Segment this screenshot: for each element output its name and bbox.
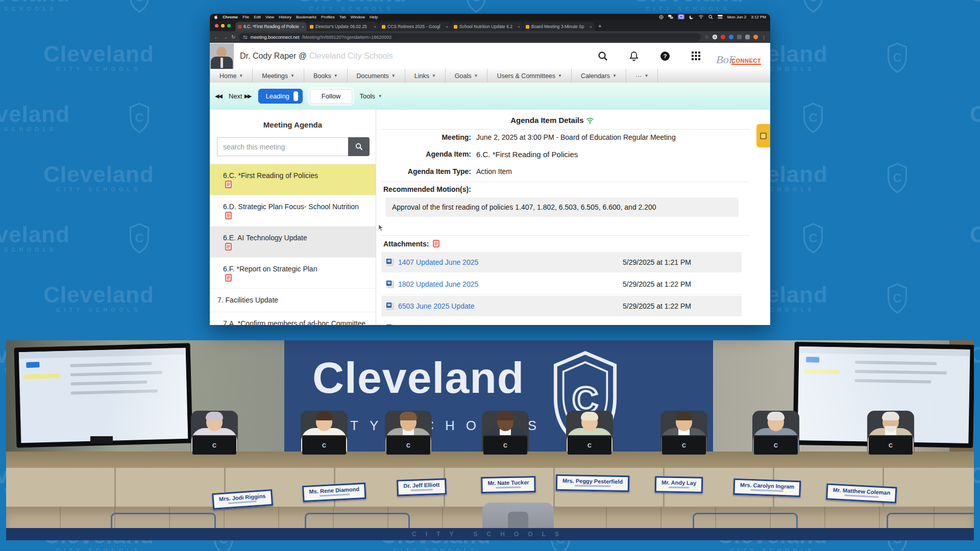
new-tab-button[interactable]: + [598, 23, 601, 29]
reload-icon[interactable]: ↻ [231, 34, 235, 40]
address-bar[interactable]: meeting.boeconnect.net/Meeting/In/689120… [239, 33, 701, 41]
bookmark-star-icon[interactable]: ☆ [704, 34, 709, 40]
menubar-clock[interactable]: 3:12 PM [751, 15, 766, 19]
shared-screen: Chrome File Edit View History Bookmarks … [210, 14, 770, 325]
agenda-item-6d[interactable]: 6.D. Strategic Plan Focus- School Nutrit… [210, 195, 376, 226]
extension-google-icon[interactable]: G [713, 35, 717, 39]
menu-view[interactable]: View [265, 15, 274, 19]
tab-directors-update[interactable]: Director's Update 06.02.25 × [307, 22, 379, 31]
menu-history[interactable]: History [279, 15, 291, 19]
screenshot-extension-icon[interactable] [745, 35, 750, 39]
tab-close-icon[interactable]: × [374, 24, 376, 29]
attachment-doc-icon [225, 181, 232, 188]
agenda-item-6c[interactable]: 6.C. *First Reading of Policies [210, 164, 376, 195]
minimize-window-button[interactable] [221, 24, 225, 28]
tab-favicon [526, 25, 529, 29]
tab-school-nutrition[interactable]: School Nutrition Update 6.2 × [451, 22, 523, 31]
leading-button[interactable]: Leading [258, 89, 303, 104]
tab-favicon [382, 25, 385, 29]
watermark-shield-icon: C [886, 283, 909, 314]
name-plate: Mr. Andy Lay [655, 476, 703, 493]
agenda-item-type-value: Action Item [476, 167, 512, 176]
back-icon[interactable]: ← [214, 34, 219, 40]
close-window-button[interactable] [215, 24, 218, 28]
tab-close-icon[interactable]: × [302, 24, 304, 29]
attachment-link[interactable]: 1802 Updated June 2025 [398, 280, 623, 288]
globe-icon[interactable] [659, 15, 664, 19]
previous-icon[interactable]: ◀◀ [215, 93, 222, 99]
menu-bookmarks[interactable]: Bookmarks [296, 15, 316, 19]
follow-button[interactable]: Follow [310, 89, 353, 104]
menubar-date[interactable]: Mon Jun 2 [727, 15, 746, 19]
attachment-link[interactable]: 6503 June 2025 Update [398, 302, 623, 310]
menu-file[interactable]: File [242, 15, 249, 19]
site-settings-icon[interactable] [243, 35, 248, 39]
watermark-shield-icon: C [801, 0, 825, 13]
nav-documents[interactable]: Documents▼ [348, 69, 405, 83]
zoom-window-button[interactable] [227, 24, 231, 28]
agenda-item-6f[interactable]: 6.F. *Report on Strategic Plan [210, 257, 376, 288]
tab-first-reading[interactable]: 6.C. *First Reading of Policie × [235, 22, 307, 31]
watermark-wordmark: ClevelandCITY SCHOOLS [43, 283, 154, 313]
help-icon[interactable]: ? [660, 51, 670, 61]
attachment-link[interactable]: 6505 Updated June 2025 [398, 324, 623, 325]
profile-avatar-icon[interactable] [753, 35, 758, 39]
agenda-item-7a[interactable]: 7.A. *Confirm members of ad-hoc Committe… [210, 312, 376, 325]
screen-share-icon[interactable] [678, 14, 684, 19]
attachment-link[interactable]: 1407 Updated June 2025 [398, 258, 623, 266]
agenda-item-7[interactable]: 7. Facilities Update [210, 288, 376, 312]
menu-help[interactable]: Help [370, 15, 378, 19]
nav-meetings[interactable]: Meetings▼ [253, 69, 304, 83]
nav-links[interactable]: Links▼ [405, 69, 446, 83]
forward-icon[interactable]: → [223, 34, 228, 40]
user-avatar[interactable] [210, 43, 234, 69]
watermark-shield-icon: C [801, 223, 825, 254]
agenda-item-details-panel: Agenda Item Details Meeting: June 2, 202… [376, 110, 770, 325]
spotlight-icon[interactable] [708, 15, 713, 19]
word-doc-icon [386, 324, 394, 325]
extension-red-icon[interactable] [721, 35, 725, 39]
nav-users-committees[interactable]: Users & Committees▼ [487, 69, 572, 83]
nav-books[interactable]: Books▼ [304, 69, 348, 83]
tools-menu[interactable]: Tools▼ [359, 92, 382, 100]
next-button[interactable]: Next▶▶ [229, 92, 251, 100]
attachment-timestamp: 5/29/2025 at 1:22 PM [623, 302, 691, 310]
attachment-doc-icon [225, 274, 232, 282]
watermark-wordmark: ClevelandCITY SCHOOLS [0, 103, 70, 132]
do-not-disturb-icon[interactable] [689, 15, 694, 19]
boe-connect-logo: BoE CONNECT [716, 47, 761, 65]
details-title: Agenda Item Details [376, 116, 728, 124]
apps-grid-icon[interactable] [692, 52, 700, 60]
menu-chrome[interactable]: Chrome [223, 15, 238, 19]
nav-goals[interactable]: Goals▼ [446, 69, 488, 83]
meeting-agenda-sidebar: Meeting Agenda 6.C. *First Reading of Po… [210, 110, 376, 325]
extension-gray-icon[interactable] [737, 35, 742, 39]
user-name: Dr. Cody Raper @ [240, 52, 307, 60]
apple-menu-icon[interactable] [214, 15, 218, 19]
side-panel-tab[interactable] [756, 124, 770, 147]
messages-icon[interactable] [668, 15, 673, 19]
watermark-shield-icon: C [464, 0, 488, 13]
chrome-menu-icon[interactable]: ⋮ [762, 35, 766, 40]
search-button[interactable] [348, 137, 370, 156]
tab-close-icon[interactable]: × [446, 24, 448, 29]
tab-board-meeting[interactable]: Board Meeting 3-Minute Sp × [523, 22, 595, 31]
search-icon[interactable] [598, 51, 608, 61]
menu-tab[interactable]: Tab [339, 15, 346, 19]
tab-ccs-retirees[interactable]: CCS Retirees 2025 - Googl × [379, 22, 451, 31]
search-input[interactable] [217, 137, 348, 156]
tab-close-icon[interactable]: × [590, 24, 592, 29]
menu-profiles[interactable]: Profiles [321, 15, 335, 19]
nav-calendars[interactable]: Calendars▼ [572, 69, 626, 83]
agenda-item-6e[interactable]: 6.E. AI Technology Update [210, 226, 376, 257]
control-center-icon[interactable] [718, 15, 723, 19]
tab-close-icon[interactable]: × [518, 24, 520, 29]
wifi-icon[interactable] [698, 15, 704, 19]
nav-home[interactable]: Home▼ [210, 69, 253, 83]
extension-blue-icon[interactable] [729, 35, 733, 39]
notifications-bell-icon[interactable] [629, 51, 639, 61]
menu-window[interactable]: Window [351, 15, 365, 19]
window-controls [210, 24, 235, 31]
menu-edit[interactable]: Edit [254, 15, 261, 19]
nav-more[interactable]: ···▼ [626, 69, 658, 83]
